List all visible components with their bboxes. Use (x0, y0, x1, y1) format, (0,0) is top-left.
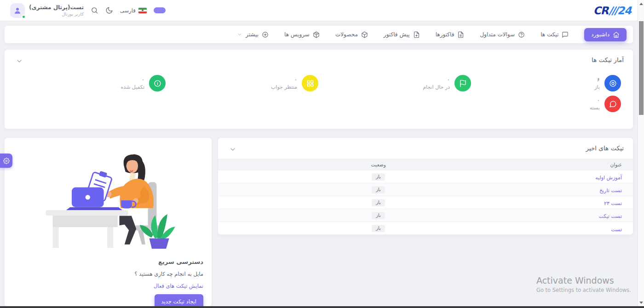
activate-windows-watermark: Activate Windows Go to Settings to activ… (536, 275, 631, 293)
file-plus-icon (413, 31, 420, 38)
dark-mode-moon-icon[interactable] (105, 6, 113, 14)
ticket-row: تست ۲۳باز (218, 196, 633, 209)
stat-group: ۶باز۰بسته (590, 74, 621, 116)
ticket-title-link[interactable]: تست (611, 227, 622, 233)
nav-item-label: بیشتر (246, 31, 259, 38)
user-menu[interactable]: تست(پرتال مشتری) کاربر پورتال (10, 3, 84, 18)
grid-icon (302, 75, 318, 91)
quick-access-title: دسترسی سریع (13, 258, 203, 265)
nav-item-label: تیکت ها (540, 31, 558, 38)
ticket-row: تست تاریخباز (218, 183, 633, 196)
vertical-scrollbar[interactable] (638, 0, 644, 308)
settings-gear-button[interactable] (0, 154, 12, 168)
tickets-table-body: آموزش اولیهبازتست تاریخبازتست ۲۳بازتست ت… (218, 171, 633, 234)
stat-text: ۰تکمیل شده (121, 76, 144, 90)
quick-access-body: دسترسی سریع مایل به انجام چه کاری هستید … (5, 254, 212, 306)
message-square-icon (562, 31, 569, 38)
language-label: فارسی (120, 7, 136, 14)
recent-tickets-panel: تیکت های اخیر عنوان وضعیت آموزش اولیهباز… (218, 138, 633, 234)
search-icon[interactable] (91, 6, 98, 14)
nav-item-label: محصولات (335, 31, 358, 38)
home-icon (613, 31, 620, 38)
stat-text: ۰در حال انجام (423, 76, 450, 90)
chevron-down-icon[interactable] (229, 146, 236, 153)
nav-item-services[interactable]: سرویس ها (284, 31, 320, 38)
watermark-line2: Go to Settings to activate Windows. (536, 287, 631, 293)
stat-value: ۰ (271, 76, 297, 83)
box-icon (361, 31, 368, 38)
quick-access-subtitle: مایل به انجام چه کاری هستید ؟ (13, 271, 203, 277)
recent-tickets-title: تیکت های اخیر (586, 144, 624, 152)
scroll-down-arrow-icon[interactable] (639, 302, 643, 304)
user-texts: تست(پرتال مشتری) کاربر پورتال (29, 4, 84, 17)
nav-item-label: سوالات متداول (480, 31, 515, 38)
main-nav: داشبوردتیکت هاسوالات متداولفاکتورهاپیش ف… (5, 26, 633, 43)
nav-item-tickets[interactable]: تیکت ها (540, 31, 569, 38)
stat-completed: ۰تکمیل شده (121, 74, 166, 92)
nav-item-label: سرویس ها (284, 31, 310, 38)
ticket-title-link[interactable]: تست تیکت (599, 213, 622, 219)
woman-at-desk-illustration (5, 138, 212, 254)
tickets-table-header: عنوان وضعیت (218, 159, 633, 171)
watermark-line1: Activate Windows (536, 275, 631, 285)
col-status: وضعیت (218, 162, 539, 167)
header-toggle-pill[interactable] (154, 7, 166, 13)
bottom-edge-bar (0, 306, 644, 308)
info-icon (149, 75, 166, 91)
disc-icon (604, 75, 621, 91)
nav-item-dashboard[interactable]: داشبورد (584, 28, 627, 41)
stat-text: ۰منتظر جواب (271, 76, 297, 90)
crm24-logo[interactable]: CR///24 (593, 5, 631, 17)
create-ticket-button[interactable]: ایجاد تیکت جدید (155, 294, 203, 306)
file-text-icon (457, 31, 464, 38)
nav-item-products[interactable]: محصولات (335, 31, 368, 38)
stat-group: ۰تکمیل شده (121, 74, 166, 95)
ticket-title-link[interactable]: تست تاریخ (599, 188, 622, 194)
stat-value: ۰ (423, 76, 450, 83)
nav-item-faq[interactable]: سوالات متداول (480, 31, 525, 38)
online-status-dot (22, 15, 26, 19)
flag-icon (454, 75, 471, 91)
logo-slashes: /// (609, 5, 617, 17)
user-role: کاربر پورتال (29, 11, 84, 17)
ticket-title-link[interactable]: آموزش اولیه (595, 175, 622, 181)
nav-item-proforma[interactable]: پیش فاکتور (384, 31, 420, 38)
nav-item-label: فاکتورها (436, 31, 454, 38)
status-badge: باز (372, 173, 385, 181)
plus-circle-icon (262, 31, 269, 38)
status-badge: باز (372, 212, 385, 219)
stat-closed: ۰بسته (590, 95, 621, 113)
ticket-row: تستباز (218, 222, 633, 234)
nav-item-more[interactable]: بیشتر (237, 31, 269, 38)
package-icon (313, 31, 320, 38)
scroll-up-arrow-icon[interactable] (639, 3, 643, 5)
tickets-panel-head: تیکت های اخیر (218, 138, 633, 153)
avatar (10, 3, 25, 18)
nav-item-label: پیش فاکتور (384, 31, 410, 38)
scrollbar-thumb[interactable] (639, 21, 644, 115)
ticket-row: آموزش اولیهباز (218, 171, 633, 183)
person-icon (13, 6, 22, 15)
ticket-row: تست تیکتباز (218, 209, 633, 222)
status-badge: باز (372, 225, 385, 232)
stat-label: تکمیل شده (121, 84, 144, 90)
nav-item-label: داشبورد (591, 31, 610, 38)
stat-open: ۶باز (590, 74, 621, 92)
iran-flag-icon (138, 8, 147, 13)
chevron-down-icon (237, 32, 242, 37)
status-badge: باز (372, 199, 385, 206)
language-selector[interactable]: فارسی (120, 7, 147, 14)
stat-label: منتظر جواب (271, 84, 297, 90)
help-circle-icon (518, 31, 525, 38)
col-title: عنوان (539, 162, 633, 167)
user-name: تست(پرتال مشتری) (29, 4, 84, 11)
stat-value: ۶ (594, 76, 600, 83)
nav-item-invoices[interactable]: فاکتورها (436, 31, 465, 38)
ticket-title-link[interactable]: تست ۲۳ (604, 200, 622, 206)
logo-text-cr: CR (593, 5, 609, 17)
stats-groups: ۶باز۰بسته۰در حال انجام۰منتظر جواب۰تکمیل … (5, 50, 633, 129)
gear-icon (3, 158, 10, 164)
show-active-tickets-link[interactable]: نمایش تیکت های فعال (154, 283, 203, 289)
logo-text-24: 24 (617, 5, 631, 17)
ticket-stats-panel: آمار تیکت ها ۶باز۰بسته۰در حال انجام۰منتظ… (5, 50, 633, 129)
